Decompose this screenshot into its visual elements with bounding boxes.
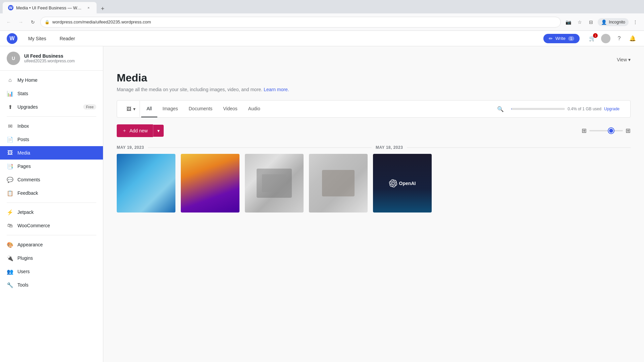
grid-view-small-icon[interactable]: ⊞ — [582, 127, 587, 134]
date-label-may18: MAY 18, 2023 — [376, 145, 403, 150]
tab-videos[interactable]: Videos — [218, 101, 243, 117]
sidebar-item-appearance[interactable]: 🎨 Appearance — [0, 238, 103, 251]
upgrades-badge: Free — [83, 104, 96, 110]
date-label-may19: MAY 19, 2023 — [117, 145, 144, 150]
media-tabs-bar: 🖼 ▾ All Images Documents Videos Audio 🔍 — [117, 100, 631, 118]
sidebar-label-posts: Posts — [17, 137, 29, 142]
help-icon[interactable]: ? — [614, 34, 624, 43]
sidebar-item-posts[interactable]: 📄 Posts — [0, 133, 103, 146]
sidebar-item-pages[interactable]: 📑 Pages — [0, 160, 103, 173]
site-url: uifeed20235.wordpress.com — [24, 59, 96, 63]
sidebar-label-upgrades: Upgrades — [17, 104, 38, 110]
sidebar-item-comments[interactable]: 💬 Comments — [0, 173, 103, 186]
sidebar-item-plugins[interactable]: 🔌 Plugins — [0, 251, 103, 265]
sidebar-label-feedback: Feedback — [17, 190, 38, 196]
date-divider-2 — [407, 147, 631, 148]
avatar-icon[interactable] — [601, 34, 610, 43]
upgrade-link[interactable]: Upgrade — [604, 107, 620, 111]
sidebar-item-users[interactable]: 👥 Users — [0, 265, 103, 278]
refresh-button[interactable]: ↻ — [28, 17, 38, 27]
address-bar[interactable]: 🔒 wordpress.com/media/uifeed20235.wordpr… — [40, 17, 561, 27]
site-avatar: U — [7, 52, 20, 65]
write-badge: 1 — [568, 36, 574, 41]
image-filter-icon: 🖼 — [126, 106, 131, 112]
view-button[interactable]: View ▾ — [617, 57, 631, 62]
page-description: Manage all the media on your site, inclu… — [117, 87, 631, 92]
sidebar-label-plugins: Plugins — [17, 255, 33, 261]
sidebar-label-comments: Comments — [17, 177, 40, 182]
write-button[interactable]: ✏ Write 1 — [543, 34, 580, 43]
sidebar-item-my-home[interactable]: ⌂ My Home — [0, 73, 103, 87]
back-button[interactable]: ← — [4, 17, 13, 27]
learn-more-link[interactable]: Learn more. — [264, 87, 289, 92]
sidebar-item-media[interactable]: 🖼 Media — [0, 146, 103, 160]
date-divider — [148, 147, 372, 148]
dropdown-arrow-icon: ▾ — [157, 128, 160, 133]
sidebar-item-stats[interactable]: 📊 Stats — [0, 87, 103, 100]
storage-info: 0.4% of 1 GB used Upgrade — [506, 104, 625, 114]
tab-all[interactable]: All — [141, 101, 157, 117]
browser-menu-icon[interactable]: ⋮ — [631, 17, 640, 27]
tab-documents[interactable]: Documents — [183, 101, 218, 117]
wp-top-bar: W My Sites Reader ✏ Write 1 🛒 1 ? 🔔 — [0, 31, 644, 46]
tab-close-button[interactable]: × — [86, 5, 91, 10]
tab-favicon: W — [8, 5, 13, 10]
bookmark-icon[interactable]: ☆ — [575, 17, 584, 27]
sidebar-item-feedback[interactable]: 📋 Feedback — [0, 186, 103, 200]
sidebar-item-tools[interactable]: 🔧 Tools — [0, 278, 103, 292]
tab-images[interactable]: Images — [157, 101, 183, 117]
incognito-button[interactable]: 👤 Incognito — [598, 18, 629, 26]
camera-icon[interactable]: 📷 — [564, 17, 573, 27]
add-new-dropdown-button[interactable]: ▾ — [153, 125, 164, 137]
sidebar-label-jetpack: Jetpack — [17, 209, 34, 215]
site-info[interactable]: U UI Feed Business uifeed20235.wordpress… — [0, 46, 103, 71]
grid-view-large-icon[interactable]: ⊞ — [626, 127, 631, 134]
jetpack-icon: ⚡ — [7, 209, 13, 216]
sidebar-divider-1 — [7, 116, 96, 117]
sidebar-item-woocommerce[interactable]: 🛍 WooCommerce — [0, 219, 103, 232]
media-item-openai[interactable]: OpenAI — [373, 154, 432, 213]
filter-chevron-icon: ▾ — [133, 106, 136, 112]
stats-icon: 📊 — [7, 90, 13, 97]
active-tab[interactable]: W Media • UI Feed Business — Wor... × — [3, 2, 97, 13]
chevron-down-icon: ▾ — [628, 57, 631, 62]
openai-image: OpenAI — [373, 154, 432, 213]
media-item-laptop-work1[interactable] — [245, 154, 304, 213]
toolbar-actions: 📷 ☆ ⊟ 👤 Incognito ⋮ — [564, 17, 640, 27]
media-section-may19: MAY 19, 2023 MAY 18, 2023 — [117, 145, 631, 213]
cart-icon[interactable]: 🛒 1 — [588, 34, 597, 43]
sidebar-divider-3 — [7, 235, 96, 235]
comments-icon: 💬 — [7, 176, 13, 183]
storage-bar-fill — [511, 108, 512, 110]
sidebar-label-tools: Tools — [17, 282, 29, 288]
inbox-icon: ✉ — [7, 123, 13, 129]
new-tab-button[interactable]: + — [98, 4, 107, 13]
forward-button[interactable]: → — [16, 17, 25, 27]
sidebar-toggle-icon[interactable]: ⊟ — [586, 17, 596, 27]
add-new-button[interactable]: ＋ Add new — [117, 124, 153, 137]
openai-symbol-svg — [389, 179, 397, 187]
main-layout: U UI Feed Business uifeed20235.wordpress… — [0, 46, 644, 362]
reader-nav[interactable]: Reader — [57, 35, 78, 43]
sidebar-item-upgrades[interactable]: ⬆ Upgrades Free — [0, 100, 103, 114]
media-search-button[interactable]: 🔍 — [495, 104, 506, 114]
storage-text: 0.4% of 1 GB used — [568, 107, 601, 111]
size-slider[interactable] — [589, 130, 623, 131]
media-item-yellow-purple[interactable] — [181, 154, 239, 213]
media-filter-button[interactable]: 🖼 ▾ — [122, 101, 140, 117]
wp-logo[interactable]: W — [7, 33, 17, 44]
main-content: View ▾ Media Manage all the media on you… — [103, 46, 644, 362]
my-sites-nav[interactable]: My Sites — [25, 35, 49, 43]
media-item-blue-clouds[interactable] — [117, 154, 175, 213]
media-item-laptop-work2[interactable] — [309, 154, 368, 213]
media-grid: OpenAI — [117, 154, 631, 213]
tab-audio[interactable]: Audio — [243, 101, 266, 117]
sidebar-item-inbox[interactable]: ✉ Inbox — [0, 119, 103, 133]
users-icon: 👥 — [7, 268, 13, 275]
notifications-icon[interactable]: 🔔 — [628, 34, 637, 43]
tab-title: Media • UI Feed Business — Wor... — [16, 5, 83, 10]
cart-badge: 1 — [593, 33, 598, 38]
sidebar-item-jetpack[interactable]: ⚡ Jetpack — [0, 205, 103, 219]
view-label: View — [617, 57, 627, 62]
browser-chrome: W Media • UI Feed Business — Wor... × + … — [0, 0, 644, 31]
